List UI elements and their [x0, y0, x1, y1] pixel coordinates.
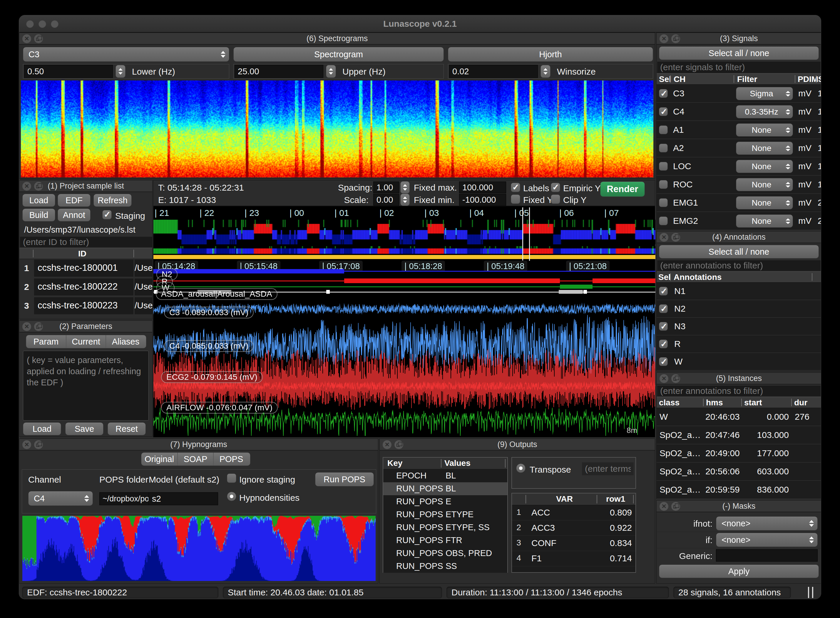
- signal-checkbox[interactable]: [659, 89, 668, 98]
- spacing-stepper[interactable]: [400, 181, 410, 193]
- float-panel-icon[interactable]: [671, 34, 680, 43]
- output-var-row[interactable]: 1 ACC 0.809: [512, 505, 636, 520]
- instance-row[interactable]: SpO2_artifa... 20:56:06 603.000: [657, 463, 821, 481]
- signal-row[interactable]: C3 Sigma mV 1: [657, 85, 821, 103]
- signal-filter-select[interactable]: None: [736, 123, 793, 137]
- float-panel-icon[interactable]: [671, 502, 680, 511]
- annotation-checkbox[interactable]: [659, 322, 668, 331]
- close-panel-icon[interactable]: ×: [22, 34, 31, 43]
- apply-button[interactable]: Apply: [659, 565, 819, 578]
- close-panel-icon[interactable]: ×: [22, 440, 31, 449]
- window-cursor-right[interactable]: [529, 207, 530, 261]
- parameters-editor[interactable]: ( key = value parameters, applied on loa…: [23, 351, 149, 420]
- output-key-row[interactable]: RUN_POPS E: [383, 495, 507, 508]
- output-key-row[interactable]: RUN_POPS OBS, PRED: [383, 547, 507, 560]
- project-row[interactable]: 3 ccshs-trec-1800223 /Users/sm: [19, 297, 152, 315]
- output-key-row[interactable]: RUN_POPS SS: [383, 560, 507, 573]
- hjorth-mode-button[interactable]: Hjorth: [448, 47, 653, 62]
- float-panel-icon[interactable]: [395, 440, 403, 449]
- close-panel-icon[interactable]: ×: [660, 502, 668, 511]
- parameters-tab[interactable]: Current: [66, 335, 106, 348]
- outputs-filter-input[interactable]: [582, 462, 634, 475]
- signal-filter-select[interactable]: 0.3-35Hz: [736, 105, 793, 118]
- annotation-row[interactable]: N1: [657, 282, 821, 300]
- close-window-button[interactable]: [26, 20, 34, 28]
- close-panel-icon[interactable]: ×: [660, 34, 668, 43]
- float-panel-icon[interactable]: [671, 374, 680, 383]
- window-cursor-left[interactable]: [522, 207, 523, 261]
- upper-hz-input[interactable]: [235, 65, 323, 78]
- signal-checkbox[interactable]: [659, 217, 668, 225]
- params-load-button[interactable]: Load: [23, 422, 61, 435]
- refresh-button[interactable]: Refresh: [94, 194, 132, 207]
- spacing-input[interactable]: [373, 181, 399, 193]
- output-var-row[interactable]: 4 F1 0.714: [512, 551, 636, 566]
- annotation-row[interactable]: R: [657, 336, 821, 353]
- annotation-checkbox[interactable]: [659, 287, 668, 296]
- signal-checkbox[interactable]: [659, 107, 668, 116]
- signal-row[interactable]: LOC None mV 1: [657, 157, 821, 176]
- instance-row[interactable]: W 20:46:03 0.000 276: [657, 408, 821, 426]
- spectrogram-plot[interactable]: [21, 80, 653, 177]
- signal-checkbox[interactable]: [659, 144, 668, 153]
- instance-row[interactable]: SpO2_artifa... 20:47:46 103.000: [657, 426, 821, 444]
- winsorize-input[interactable]: [449, 65, 538, 78]
- load-button[interactable]: Load: [22, 194, 55, 207]
- model-input[interactable]: [149, 492, 218, 505]
- project-row[interactable]: 2 ccshs-trec-1800222 /Users/sm: [19, 278, 152, 297]
- close-panel-icon[interactable]: ×: [22, 322, 31, 331]
- hypnogram-mini-band[interactable]: [153, 246, 655, 254]
- params-reset-button[interactable]: Reset: [107, 422, 146, 435]
- build-button[interactable]: Build: [22, 208, 55, 221]
- signal-row[interactable]: C4 0.3-35Hz mV 1: [657, 103, 821, 121]
- upper-hz-stepper[interactable]: [326, 65, 336, 78]
- annot-button[interactable]: Annot: [58, 208, 91, 221]
- hypnograms-tab[interactable]: POPS: [213, 453, 249, 465]
- annotation-row[interactable]: W: [657, 353, 821, 371]
- hypnogram-band[interactable]: [153, 220, 655, 244]
- minimize-window-button[interactable]: [39, 20, 46, 28]
- output-var-row[interactable]: 3 CONF 0.834: [512, 536, 636, 551]
- output-key-row[interactable]: EPOCH BL: [383, 469, 507, 482]
- transpose-radio[interactable]: [516, 464, 526, 473]
- render-button[interactable]: Render: [600, 181, 645, 197]
- parameters-tab[interactable]: Param: [26, 335, 66, 348]
- hypnodensities-radio[interactable]: [227, 492, 236, 501]
- signal-row[interactable]: A1 None mV 1: [657, 121, 821, 139]
- labels-checkbox[interactable]: [511, 183, 520, 192]
- pops-folder-input[interactable]: [99, 492, 152, 505]
- signal-checkbox[interactable]: [659, 198, 668, 207]
- output-key-row[interactable]: RUN_POPS ETYPE: [383, 508, 507, 521]
- instance-row[interactable]: SpO2_artifa... 20:49:00 177.000: [657, 444, 821, 463]
- resize-grip[interactable]: [808, 587, 809, 598]
- resize-grip[interactable]: [812, 587, 813, 598]
- selection-bar[interactable]: [153, 255, 655, 259]
- params-save-button[interactable]: Save: [65, 422, 103, 435]
- annotation-row[interactable]: N3: [657, 318, 821, 336]
- signal-filter-select[interactable]: None: [736, 141, 793, 155]
- signal-checkbox[interactable]: [659, 125, 668, 134]
- signal-row[interactable]: ROC None mV 1: [657, 176, 821, 194]
- annotation-checkbox[interactable]: [659, 340, 668, 348]
- float-panel-icon[interactable]: [34, 322, 43, 331]
- float-panel-icon[interactable]: [671, 233, 680, 242]
- signal-checkbox[interactable]: [659, 180, 668, 189]
- signals-filter-input[interactable]: [657, 62, 821, 73]
- scale-stepper[interactable]: [400, 193, 410, 206]
- close-panel-icon[interactable]: ×: [660, 374, 668, 383]
- annotations-filter-input[interactable]: [657, 260, 821, 271]
- empiric-y-checkbox[interactable]: [551, 183, 560, 192]
- run-pops-button[interactable]: Run POPS: [315, 472, 374, 486]
- ignore-staging-checkbox[interactable]: [227, 474, 236, 483]
- signal-filter-select[interactable]: None: [736, 160, 793, 173]
- instance-row[interactable]: SpO2_artifa... 20:59:59 836.000: [657, 481, 821, 499]
- fixed-min-input[interactable]: [459, 194, 506, 206]
- signal-filter-select[interactable]: None: [736, 196, 793, 209]
- clip-y-checkbox[interactable]: [551, 195, 560, 204]
- instances-filter-input[interactable]: [657, 386, 821, 396]
- fixed-y-checkbox[interactable]: [511, 195, 520, 204]
- parameters-tab[interactable]: Aliases: [106, 335, 145, 348]
- generic-input[interactable]: [716, 549, 818, 562]
- annotation-checkbox[interactable]: [659, 357, 668, 366]
- hypnograms-tab[interactable]: SOAP: [177, 453, 213, 465]
